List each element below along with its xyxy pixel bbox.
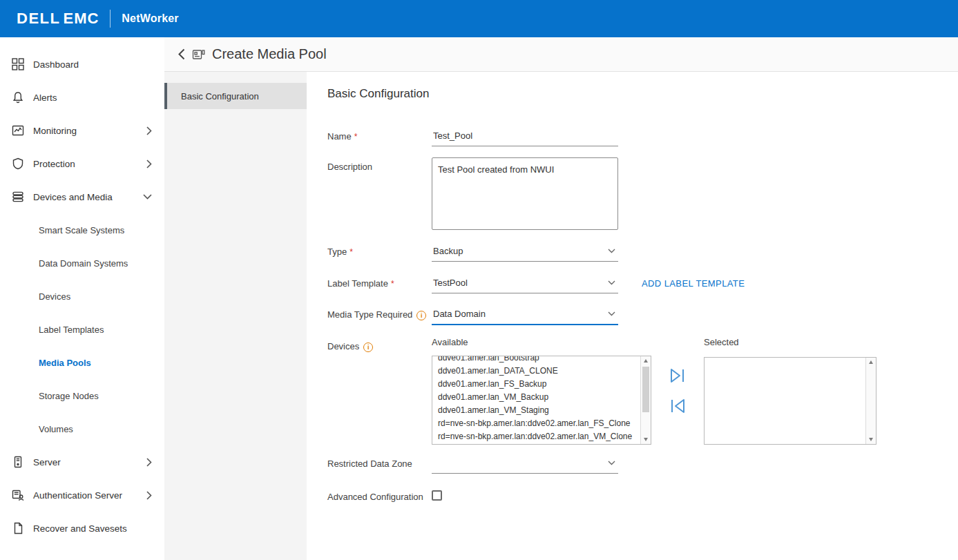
nav-item-label: Basic Configuration [181,91,259,102]
chevron-right-icon [146,160,152,168]
chevron-down-icon [608,280,615,285]
devices-media-icon [12,191,24,203]
sidebar-item-recover-and-savesets[interactable]: Recover and Savesets [0,512,164,545]
scroll-down-icon[interactable] [641,435,651,444]
required-marker: * [349,247,353,257]
media-type-select-value: Data Domain [433,309,486,319]
move-right-button[interactable] [669,367,687,384]
available-scrollbar[interactable] [640,356,651,444]
description-row: Description Test Pool created from NWUI [327,157,958,230]
brand-divider [110,10,111,28]
name-label: Name * [327,127,432,146]
authentication-server-icon [12,489,24,501]
sidebar-item-smart-scale-systems[interactable]: Smart Scale Systems [0,213,164,247]
sidebar-item-devices[interactable]: Devices [0,280,164,313]
devices-dual-list: Available ddve01.amer.lan_Bootstrapddve0… [432,337,876,445]
nav-item-basic-configuration[interactable]: Basic Configuration [164,83,307,109]
dashboard-icon [12,58,24,70]
info-icon[interactable]: i [363,342,373,352]
sidebar-item-media-pools[interactable]: Media Pools [0,346,164,379]
required-marker: * [391,278,394,289]
restricted-data-zone-row: Restricted Data Zone [327,454,958,474]
form-area: Basic Configuration Name * Description T… [307,72,958,560]
sidebar-item-server[interactable]: Server [0,445,164,479]
sidebar-child-label: Storage Nodes [39,391,99,401]
sidebar-item-devices-and-media[interactable]: Devices and Media [0,180,164,213]
app-header: DELL EMC NetWorker [0,0,958,37]
section-title: Basic Configuration [327,87,958,101]
name-row: Name * [327,127,958,146]
sidebar-item-storage-nodes[interactable]: Storage Nodes [0,379,164,412]
media-type-label: Media Type Required i [327,305,432,325]
scroll-down-icon[interactable] [866,435,876,444]
move-left-button[interactable] [669,398,687,414]
sidebar-item-volumes[interactable]: Volumes [0,412,164,445]
sidebar-item-data-domain-systems[interactable]: Data Domain Systems [0,247,164,280]
advanced-configuration-checkbox[interactable] [432,490,442,501]
sidebar-item-label: Server [33,457,61,467]
media-type-select[interactable]: Data Domain [432,305,618,325]
device-option[interactable]: ddve01.amer.lan_VM_Backup [432,391,640,404]
sidebar-item-alerts[interactable]: Alerts [0,81,164,114]
device-option[interactable]: ddve01.amer.lan_Bootstrap [432,356,640,365]
label-template-row: Label Template * TestPool ADD LABEL TEMP… [327,274,958,293]
page-title: Create Media Pool [212,46,327,62]
sidebar-item-label: Alerts [33,93,57,103]
media-type-row: Media Type Required i Data Domain [327,305,958,325]
device-option[interactable]: rd=nve-sn-bkp.amer.lan:ddve02.amer.lan_V… [432,430,640,443]
add-label-template-link[interactable]: ADD LABEL TEMPLATE [642,274,745,293]
type-select[interactable]: Backup [432,242,618,262]
sidebar-item-protection[interactable]: Protection [0,147,164,180]
sidebar-item-label: Protection [33,159,75,169]
sidebar-item-label-templates[interactable]: Label Templates [0,313,164,346]
chevron-down-icon [143,194,152,200]
sidebar-child-label: Media Pools [39,358,91,368]
chevron-down-icon [608,311,615,316]
sidebar: Dashboard Alerts Monitoring [0,37,164,560]
selected-column: Selected [704,337,876,445]
devices-row: Devices i Available ddve01.amer.lan_Boot… [327,337,958,445]
scroll-up-icon[interactable] [866,358,876,367]
sidebar-child-label: Data Domain Systems [39,258,128,269]
scroll-up-icon[interactable] [641,356,651,365]
label-template-select[interactable]: TestPool [432,274,618,293]
device-option[interactable]: ddve01.amer.lan_FS_Backup [432,378,640,391]
device-option[interactable]: rd=nve-sn-bkp.amer.lan:ddve02.amer.lan_F… [432,417,640,430]
type-row: Type * Backup [327,242,958,262]
restricted-data-zone-select[interactable] [432,454,618,474]
sidebar-item-dashboard[interactable]: Dashboard [0,48,164,81]
available-listbox: ddve01.amer.lan_Bootstrapddve01.amer.lan… [432,356,651,445]
label-template-label: Label Template * [327,274,432,293]
config-nav-panel: Basic Configuration [164,72,307,560]
chevron-right-icon [146,491,152,500]
sidebar-item-label: Dashboard [33,59,79,70]
devices-label: Devices i [327,337,432,445]
info-icon[interactable]: i [416,311,426,320]
selected-list [705,358,865,444]
advanced-configuration-label: Advanced Configuration [327,487,432,502]
back-button[interactable] [178,48,185,60]
chevron-right-icon [146,126,152,135]
label-template-select-value: TestPool [433,278,468,288]
transfer-buttons [651,337,704,445]
sidebar-child-label: Volumes [39,424,73,434]
device-option[interactable]: ddve01.amer.lan_VM_Staging [432,404,640,417]
chevron-down-icon [608,461,615,465]
selected-scrollbar[interactable] [865,358,876,444]
sidebar-item-label: Devices and Media [33,192,113,202]
available-column: Available ddve01.amer.lan_Bootstrapddve0… [432,337,651,445]
brand-emc: EMC [63,10,99,28]
type-label: Type * [327,242,432,262]
chevron-right-icon [146,458,152,467]
device-option[interactable]: ddve01.amer.lan_DATA_CLONE [432,365,640,378]
scrollbar-thumb[interactable] [642,367,649,412]
sidebar-item-authentication-server[interactable]: Authentication Server [0,479,164,512]
sidebar-item-monitoring[interactable]: Monitoring [0,114,164,147]
description-input[interactable]: Test Pool created from NWUI [432,157,618,230]
selected-listbox [704,357,876,445]
sidebar-child-label: Devices [39,291,70,302]
advanced-configuration-row: Advanced Configuration [327,487,958,502]
media-pool-icon [192,48,205,61]
name-input[interactable] [432,127,618,146]
available-label: Available [432,337,651,347]
